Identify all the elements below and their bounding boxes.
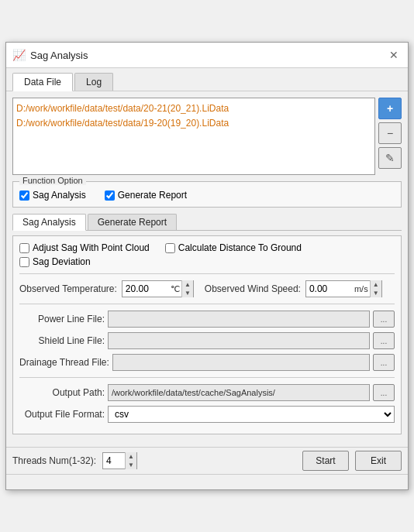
generate-report-label: Generate Report <box>118 190 187 201</box>
function-option-label: Function Option <box>19 176 86 185</box>
output-format-select[interactable]: csv xlsx txt <box>108 406 395 423</box>
temp-wind-row: Observed Temperature: ℃ ▲ ▼ Observed Win… <box>19 280 395 297</box>
file-item-2[interactable]: D:/work/workfile/data/test/data/19-20(19… <box>16 116 371 131</box>
status-bar <box>6 474 408 489</box>
temperature-spinner: ℃ ▲ ▼ <box>122 280 194 297</box>
threads-label: Threads Num(1-32): <box>12 455 96 466</box>
sub-tab-generate-report[interactable]: Generate Report <box>88 214 177 230</box>
output-format-label: Output File Format: <box>19 409 105 420</box>
wind-speed-label: Observed Wind Speed: <box>205 283 301 294</box>
power-line-browse[interactable]: ... <box>373 311 395 328</box>
main-content: D:/work/workfile/data/test/data/20-21(20… <box>6 91 408 447</box>
sag-analysis-checkbox[interactable] <box>19 190 29 201</box>
drainage-thread-row: Drainage Thread File: ... <box>19 354 395 371</box>
wind-speed-input[interactable] <box>306 283 353 294</box>
temperature-input[interactable] <box>122 283 169 294</box>
sag-analysis-option[interactable]: Sag Analysis <box>19 190 86 201</box>
wind-speed-up[interactable]: ▲ <box>371 280 381 289</box>
generate-report-checkbox[interactable] <box>105 190 115 201</box>
file-action-buttons: + − ✎ <box>378 98 402 175</box>
adjust-sag-label: Adjust Sag With Point Cloud <box>33 242 150 253</box>
output-path-browse[interactable]: ... <box>373 384 395 401</box>
main-tab-bar: Data File Log <box>6 68 408 91</box>
file-list: D:/work/workfile/data/test/data/20-21(20… <box>12 98 375 175</box>
power-line-label: Power Line File: <box>19 314 105 324</box>
bottom-bar: Threads Num(1-32): ▲ ▼ Start Exit <box>6 447 408 474</box>
wind-speed-spinner: m/s ▲ ▼ <box>305 280 382 297</box>
analysis-panel: Adjust Sag With Point Cloud Calculate Di… <box>12 235 402 434</box>
close-button[interactable]: ✕ <box>386 47 402 63</box>
divider-3 <box>19 377 395 378</box>
temperature-unit: ℃ <box>169 284 181 294</box>
adjust-sag-option[interactable]: Adjust Sag With Point Cloud <box>19 242 150 253</box>
adjust-sag-checkbox[interactable] <box>19 243 29 253</box>
threads-up[interactable]: ▲ <box>126 452 136 461</box>
drainage-thread-browse[interactable]: ... <box>373 354 395 371</box>
temperature-up[interactable]: ▲ <box>182 280 193 289</box>
sag-deviation-option[interactable]: Sag Deviation <box>19 256 91 267</box>
shield-line-label: Shield Line File: <box>19 335 105 346</box>
app-icon: 📈 <box>12 49 26 61</box>
main-window: 📈 Sag Analysis ✕ Data File Log D:/work/w… <box>5 42 409 490</box>
threads-down[interactable]: ▼ <box>126 461 136 469</box>
temperature-down[interactable]: ▼ <box>182 289 193 297</box>
sag-deviation-label: Sag Deviation <box>33 256 91 267</box>
wind-speed-spin-arrows: ▲ ▼ <box>370 280 381 297</box>
start-button[interactable]: Start <box>302 451 349 471</box>
power-line-input[interactable] <box>108 311 370 328</box>
drainage-thread-input[interactable] <box>112 354 370 371</box>
add-file-button[interactable]: + <box>378 98 402 119</box>
output-path-label: Output Path: <box>19 387 105 398</box>
threads-input[interactable] <box>103 455 125 466</box>
sub-tab-sag-analysis[interactable]: Sag Analysis <box>12 214 86 231</box>
sub-tab-bar: Sag Analysis Generate Report <box>12 214 402 231</box>
calculate-distance-label: Calculate Distance To Ground <box>178 242 302 253</box>
tab-data-file[interactable]: Data File <box>12 73 73 91</box>
file-item-1[interactable]: D:/work/workfile/data/test/data/20-21(20… <box>16 101 371 116</box>
shield-line-input[interactable] <box>108 332 370 349</box>
exit-button[interactable]: Exit <box>355 451 402 471</box>
tab-log[interactable]: Log <box>74 73 113 91</box>
title-bar-left: 📈 Sag Analysis <box>12 49 88 61</box>
output-path-row: Output Path: ... <box>19 384 395 401</box>
divider-1 <box>19 273 395 274</box>
file-section: D:/work/workfile/data/test/data/20-21(20… <box>12 98 402 175</box>
wind-speed-unit: m/s <box>353 284 370 293</box>
function-option-section: Function Option Sag Analysis Generate Re… <box>12 181 402 208</box>
calculate-distance-checkbox[interactable] <box>165 243 175 253</box>
drainage-thread-label: Drainage Thread File: <box>19 357 109 368</box>
threads-spin-arrows: ▲ ▼ <box>125 452 136 469</box>
shield-line-browse[interactable]: ... <box>373 332 395 349</box>
checkbox-row-1: Adjust Sag With Point Cloud Calculate Di… <box>19 242 395 253</box>
power-line-row: Power Line File: ... <box>19 311 395 328</box>
title-bar: 📈 Sag Analysis ✕ <box>6 43 408 68</box>
edit-file-button[interactable]: ✎ <box>378 147 402 169</box>
remove-file-button[interactable]: − <box>378 122 402 144</box>
temperature-spin-arrows: ▲ ▼ <box>181 280 193 297</box>
wind-speed-down[interactable]: ▼ <box>371 289 381 297</box>
sag-analysis-label: Sag Analysis <box>33 190 86 201</box>
calculate-distance-option[interactable]: Calculate Distance To Ground <box>165 242 302 253</box>
checkbox-row-2: Sag Deviation <box>19 256 395 267</box>
sag-deviation-checkbox[interactable] <box>19 257 29 267</box>
output-path-input[interactable] <box>108 384 370 401</box>
shield-line-row: Shield Line File: ... <box>19 332 395 349</box>
generate-report-option[interactable]: Generate Report <box>105 190 187 201</box>
output-format-row: Output File Format: csv xlsx txt <box>19 406 395 423</box>
function-options: Sag Analysis Generate Report <box>19 187 395 201</box>
divider-2 <box>19 304 395 304</box>
threads-spinner: ▲ ▼ <box>102 452 137 469</box>
window-title: Sag Analysis <box>30 50 88 61</box>
temperature-label: Observed Temperature: <box>19 283 117 294</box>
